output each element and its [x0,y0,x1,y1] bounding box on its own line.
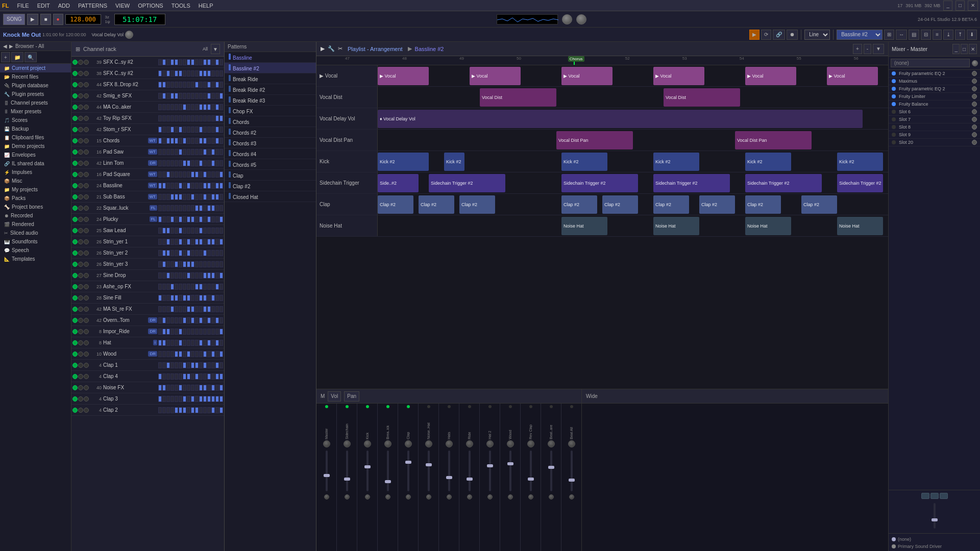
fx-knob-4[interactable] [972,102,977,107]
step-14-10[interactable] [199,216,203,222]
ch-active-9[interactable] [72,161,78,166]
step-17-2[interactable] [166,250,170,256]
step-9-13[interactable] [211,160,215,166]
step-8-7[interactable] [187,149,190,155]
step-21-15[interactable] [219,295,223,301]
step-9-5[interactable] [179,160,182,166]
step-2-2[interactable] [166,82,170,88]
step-24-12[interactable] [207,329,211,335]
mixer-fx-2[interactable]: Fruity parametric EQ 2 [889,85,980,93]
step-21-6[interactable] [183,295,186,301]
step-1-13[interactable] [211,70,215,77]
mix-pan-7[interactable] [467,494,472,499]
step-13-12[interactable] [207,205,211,211]
clip-noisehat-3[interactable]: Noise Hat [745,217,791,235]
step-22-5[interactable] [179,306,182,312]
mix-pan-3[interactable] [385,494,390,499]
ch-solo-22[interactable] [84,307,89,312]
step-30-4[interactable] [175,396,178,402]
step-28-0[interactable] [158,373,162,380]
step-5-9[interactable] [195,115,199,121]
step-0-10[interactable] [199,59,203,65]
step-24-0[interactable] [158,329,162,335]
ch-active-3[interactable] [72,93,78,98]
step-2-7[interactable] [187,82,190,88]
ch-mute-18[interactable] [78,262,83,267]
ch-solo-13[interactable] [84,206,89,211]
ch-mute-10[interactable] [78,172,83,177]
ch-solo-8[interactable] [84,149,89,155]
mix-fader-3[interactable] [385,480,391,483]
step-29-8[interactable] [191,385,194,391]
step-28-10[interactable] [199,373,203,380]
step-9-1[interactable] [162,160,166,166]
step-16-0[interactable] [158,239,162,245]
sidebar-item-templates[interactable]: 📐Templates [0,255,71,263]
mix-fader-11[interactable] [548,466,554,469]
step-23-4[interactable] [175,317,178,323]
step-13-14[interactable] [215,205,219,211]
track-label-kick[interactable]: Kick [316,151,378,172]
sidebar-item-channel-presets[interactable]: 🎛Channel presets [0,98,71,107]
mix-knob-6[interactable] [446,440,453,447]
master-fader-handle[interactable] [932,518,938,521]
ch-solo-23[interactable] [84,318,89,323]
step-16-12[interactable] [207,239,211,245]
ch-mute-27[interactable] [78,363,83,368]
footer-driver[interactable]: Primary Sound Driver [892,543,977,550]
ch-solo-4[interactable] [84,105,89,110]
step-22-3[interactable] [170,306,174,312]
step-3-11[interactable] [203,93,207,99]
ch-active-22[interactable] [72,307,78,312]
sidebar-folder-btn[interactable]: 📁 [11,52,23,62]
mix-fader-4[interactable] [405,461,411,464]
ch-active-19[interactable] [72,273,78,278]
ch-active-23[interactable] [72,318,78,323]
step-3-2[interactable] [166,93,170,99]
mix-led-3[interactable] [386,405,389,408]
step-9-11[interactable] [203,160,207,166]
step-4-6[interactable] [183,104,186,110]
step-29-4[interactable] [175,385,178,391]
clip-clap-3[interactable]: Clap #2 [459,195,495,214]
clip-vocal-4[interactable]: ▶ Vocal [653,67,704,85]
master-pitch-knob[interactable] [576,14,586,24]
sidebar-item-project-bones[interactable]: 🦴Project bones [0,203,71,211]
step-26-12[interactable] [207,351,211,357]
step-23-15[interactable] [219,317,223,323]
step-17-8[interactable] [191,250,194,256]
ch-mute-3[interactable] [78,93,83,98]
step-7-15[interactable] [219,138,223,144]
step-18-3[interactable] [170,261,174,267]
mix-knob-5[interactable] [425,440,432,447]
ch-solo-14[interactable] [84,217,89,222]
ch-solo-16[interactable] [84,239,89,244]
ch-solo-19[interactable] [84,273,89,278]
step-13-11[interactable] [203,205,207,211]
ch-active-24[interactable] [72,329,78,334]
step-5-0[interactable] [158,115,162,121]
mix-knob-7[interactable] [466,440,473,447]
fx-knob-2[interactable] [972,86,977,91]
clip-kick-6[interactable]: Kick #2 [837,153,883,171]
step-2-14[interactable] [215,82,219,88]
ch-active-5[interactable] [72,116,78,121]
step-4-14[interactable] [215,104,219,110]
fx-toggle-4[interactable] [892,102,896,106]
step-5-2[interactable] [166,115,170,121]
play-btn[interactable]: ▶ [27,14,38,25]
step-6-7[interactable] [187,127,190,133]
step-12-13[interactable] [211,194,215,200]
step-15-6[interactable] [183,228,186,234]
mix-fader-track-12[interactable] [571,450,573,491]
step-2-13[interactable] [211,82,215,88]
bassline-tool-8[interactable]: ⬇ [967,30,977,40]
bassline-tool-2[interactable]: ↔ [896,30,907,40]
pattern-item-1[interactable]: Bassline #2 [225,63,316,73]
step-30-1[interactable] [162,396,166,402]
sidebar-item-current-project[interactable]: 📁Current project [0,64,71,72]
step-30-12[interactable] [207,396,211,402]
menu-item-options[interactable]: OPTIONS [136,2,165,10]
step-24-10[interactable] [199,329,203,335]
step-26-11[interactable] [203,351,207,357]
